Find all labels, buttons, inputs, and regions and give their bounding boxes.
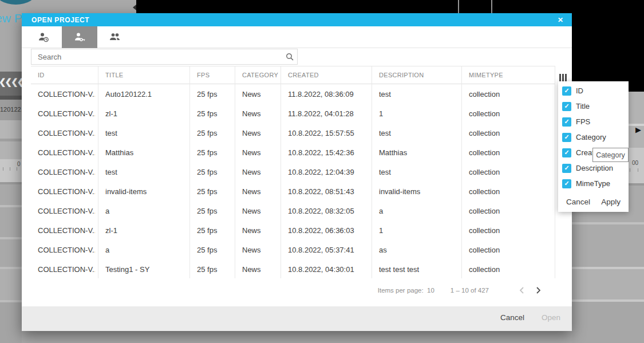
cell-mimetype: collection [469, 109, 550, 118]
cell-title: zl-1 [105, 109, 187, 118]
checkbox-checked-icon[interactable]: ✓ [562, 179, 571, 188]
background-divider [491, 0, 492, 13]
checkbox-checked-icon[interactable]: ✓ [562, 148, 571, 157]
cell-id: COLLECTION-V... [38, 246, 95, 254]
column-option-label: Category [576, 133, 606, 141]
users-group-icon [108, 31, 122, 43]
cell-description: invalid-items [379, 187, 460, 196]
cell-title: zl-1 [105, 226, 187, 235]
open-button[interactable]: Open [542, 313, 560, 322]
menu-cancel-button[interactable]: Cancel [566, 198, 590, 206]
cell-created: 10.8.2022, 04:30:01 [288, 265, 369, 274]
ruler-tick [638, 168, 638, 172]
items-per-page-value[interactable]: 10 [427, 287, 434, 294]
items-per-page-label: Items per page: [378, 287, 424, 294]
film-strip-icon: ❮❮❮❮ [0, 77, 22, 87]
dialog-title: OPEN PROJECT [31, 16, 89, 24]
background-divider [458, 0, 459, 13]
table-row[interactable]: COLLECTION-V... a 25 fps News 10.8.2022,… [31, 202, 555, 221]
checkbox-checked-icon[interactable]: ✓ [562, 102, 571, 111]
background-track-divider [0, 205, 22, 207]
column-option[interactable]: ✓ Title [558, 98, 629, 114]
previous-page-button[interactable] [514, 282, 530, 298]
cell-id: COLLECTION-V... [38, 265, 95, 274]
table-row[interactable]: COLLECTION-V... zl-1 25 fps News 10.8.20… [31, 221, 555, 241]
background-clip-thumbnail: ❮❮❮❮ [0, 72, 22, 96]
checkbox-checked-icon[interactable]: ✓ [562, 164, 571, 173]
cell-title: invalid-items [105, 187, 187, 196]
projects-table: ID TITLE FPS CATEGORY CREATED DESCRIPTIO… [31, 66, 555, 279]
dialog-tabs [22, 26, 572, 48]
background-track-divider [572, 222, 644, 224]
column-option-label: Title [576, 102, 590, 111]
tab-all-projects[interactable] [97, 26, 133, 48]
table-row[interactable]: COLLECTION-V... a 25 fps News 10.8.2022,… [31, 241, 555, 260]
table-row[interactable]: COLLECTION-V... zl-1 25 fps News 11.8.20… [31, 104, 555, 124]
cell-description: as [379, 246, 460, 254]
cell-created: 10.8.2022, 05:37:41 [288, 246, 369, 254]
table-row[interactable]: COLLECTION-V... Auto120122.1 25 fps News… [31, 85, 555, 104]
table-row[interactable]: COLLECTION-V... Matthias 25 fps News 10.… [31, 143, 555, 163]
paginator-range: 1 – 10 of 427 [451, 287, 489, 294]
cell-fps: 25 fps [197, 246, 232, 254]
cell-description: test [379, 129, 460, 137]
background-band [0, 120, 22, 139]
play-icon: ▶ [635, 125, 641, 134]
cancel-button[interactable]: Cancel [500, 313, 524, 322]
cell-mimetype: collection [469, 246, 550, 254]
cell-description: a [379, 207, 460, 215]
background-logo-circle [0, 0, 37, 5]
cell-id: COLLECTION-V... [38, 207, 95, 215]
cell-title: a [105, 207, 187, 215]
background-band [0, 141, 22, 159]
ruler-tick [17, 167, 17, 171]
cell-created: 10.8.2022, 06:36:03 [288, 226, 369, 235]
cell-created: 11.8.2022, 08:36:09 [288, 90, 369, 98]
cell-title: Matthias [105, 148, 187, 157]
cell-mimetype: collection [469, 148, 550, 157]
column-option[interactable]: ✓ FPS [558, 114, 629, 129]
table-row[interactable]: COLLECTION-V... invalid-items 25 fps New… [31, 182, 555, 202]
cell-title: a [105, 246, 187, 254]
search-input[interactable] [31, 53, 282, 61]
column-options: ✓ ID ✓ Title ✓ FPS ✓ Category ✓ Created … [558, 83, 629, 191]
column-option[interactable]: ✓ Category [558, 129, 629, 145]
column-option[interactable]: ✓ MimeType [558, 176, 629, 191]
cell-id: COLLECTION-V... [38, 90, 95, 98]
cell-mimetype: collection [469, 226, 550, 235]
open-project-dialog: OPEN PROJECT ✕ ID TITLE FPS CATEG [22, 13, 572, 331]
cell-title: Testing1 - SY [105, 265, 187, 274]
cell-created: 10.8.2022, 08:32:05 [288, 207, 369, 215]
cell-created: 10.8.2022, 08:51:43 [288, 187, 369, 196]
cell-mimetype: collection [469, 168, 550, 176]
ruler-tick [630, 168, 630, 172]
table-row[interactable]: COLLECTION-V... test 25 fps News 10.8.20… [31, 124, 555, 143]
cell-fps: 25 fps [197, 187, 232, 196]
table-row[interactable]: COLLECTION-V... test 25 fps News 10.8.20… [31, 163, 555, 182]
cell-created: 10.8.2022, 15:42:36 [288, 148, 369, 157]
checkbox-checked-icon[interactable]: ✓ [562, 133, 571, 142]
background-band [572, 302, 644, 343]
tab-my-projects[interactable] [62, 26, 97, 48]
ruler-tick [3, 167, 3, 171]
table-row[interactable]: COLLECTION-V... Testing1 - SY 25 fps New… [31, 260, 555, 279]
cell-title: test [105, 129, 187, 137]
column-option[interactable]: ✓ Description [558, 160, 629, 176]
column-option[interactable]: ✓ ID [558, 83, 629, 98]
tab-recent-projects[interactable] [26, 26, 62, 48]
close-icon[interactable]: ✕ [555, 15, 566, 25]
cell-description: 1 [379, 109, 460, 118]
cell-id: COLLECTION-V... [38, 148, 95, 157]
ruler-tick [10, 167, 10, 171]
background-band [0, 269, 22, 300]
dialog-titlebar: OPEN PROJECT ✕ [22, 13, 572, 26]
cell-created: 10.8.2022, 12:04:39 [288, 168, 369, 176]
next-page-button[interactable] [530, 282, 546, 298]
checkbox-checked-icon[interactable]: ✓ [562, 86, 571, 96]
column-option-label: MimeType [576, 179, 610, 188]
cell-id: COLLECTION-V... [38, 168, 95, 176]
cell-id: COLLECTION-V... [38, 187, 95, 196]
checkbox-checked-icon[interactable]: ✓ [562, 117, 571, 127]
cell-category: News [242, 148, 279, 157]
menu-apply-button[interactable]: Apply [601, 198, 621, 206]
